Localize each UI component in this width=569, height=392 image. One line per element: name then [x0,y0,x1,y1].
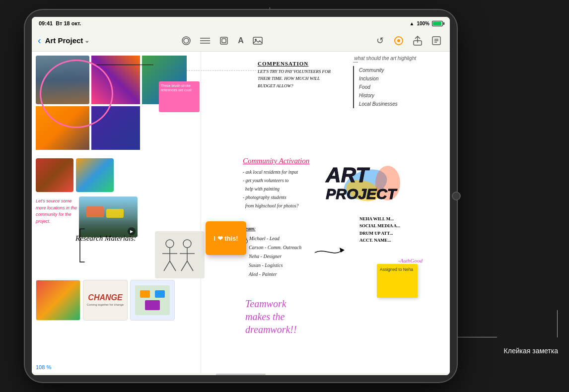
svg-line-19 [164,261,170,271]
photo-5 [91,106,140,150]
project-word: PROJECT [326,186,396,202]
sticky-yellow[interactable]: Assigned to Neha [377,264,418,298]
team-section: Team: ☺ Michael - Lead Carson - Comm. Ou… [243,224,301,279]
share-icon[interactable] [410,33,425,48]
undo-icon[interactable]: ↺ [372,33,387,48]
battery-icon [432,21,443,26]
change-card: CHANGE Coming together for change [83,280,128,321]
toolbar-right: ↺ [269,33,444,48]
print-card-3 [130,280,175,321]
community-item-0: Community [353,66,423,74]
car-image: ▶ [79,196,138,237]
svg-line-20 [170,261,176,271]
svg-line-24 [181,261,187,271]
compensation-section: COMPENSATION LET'S TRY TO PAY VOLUNTEERS… [258,61,337,89]
svg-rect-29 [145,300,160,310]
toolbar-left: ‹ Art Project ⌄ [38,33,213,48]
community-item-2: Food [353,83,423,91]
text-font-icon[interactable]: A [233,33,248,48]
project-title[interactable]: Art Project ⌄ [45,36,90,45]
image-icon[interactable] [250,33,265,48]
photo-1 [36,56,89,104]
community-list-header: — [353,59,423,65]
art-project-display: ART PROJECT [326,165,396,202]
postit-pink[interactable]: These brush stroke references are cool! [159,81,200,112]
layers-icon[interactable] [216,33,231,48]
lines-icon[interactable] [198,33,213,48]
edit-icon[interactable] [429,33,444,48]
panel-divider [201,52,201,373]
eraser-icon[interactable] [391,33,406,48]
research-materials: Research Materials: [75,234,136,243]
ipad-screen: 09:41 Вт 18 окт. ▲ 100% ‹ Art Project ⌄ [32,17,450,375]
auth-signature: -AuthGood [398,258,423,263]
swatch-2 [76,158,114,192]
art-word: ART [326,165,396,186]
svg-rect-6 [222,39,226,43]
community-list: — Community Inclusion Food History Local… [353,59,423,108]
sticky-orange[interactable]: I ❤ this! [206,221,246,255]
svg-point-21 [183,240,191,248]
toolbar-center: A [216,33,265,48]
toolbar: ‹ Art Project ⌄ A [32,30,450,52]
time-display: 09:41 [39,20,53,26]
status-right: ▲ 100% [410,21,443,26]
battery-percent: 100% [417,21,429,26]
sticky-label: Клейкая заметка [504,346,558,356]
chevron-down-icon: ⌄ [84,37,89,44]
back-button[interactable]: ‹ [38,35,41,46]
ipad-frame: 09:41 Вт 18 окт. ▲ 100% ‹ Art Project ⌄ [25,10,457,382]
swatch-1 [36,158,73,192]
svg-rect-5 [220,37,227,44]
svg-rect-27 [140,290,150,298]
svg-point-1 [184,38,189,43]
community-item-1: Inclusion [353,74,423,83]
sticky-callout-line [452,337,497,337]
svg-rect-7 [253,37,262,44]
community-item-3: History [353,91,423,100]
sketch-area [155,231,205,278]
svg-rect-28 [155,290,165,298]
svg-point-10 [397,39,400,42]
change-text: CHANGE [88,294,122,302]
sticky-callout-line-v [557,310,558,337]
team-arrow [315,243,345,262]
community-item-4: Local Businesses [353,100,423,108]
canvas-area[interactable]: These brush stroke references are cool! … [32,52,450,373]
compensation-title: COMPENSATION [258,61,337,66]
wifi-icon: ▲ [410,21,415,26]
svg-point-16 [166,240,174,248]
pink-annotation: Let's source some more locations in the … [36,198,79,225]
photo-2 [91,56,140,104]
status-bar: 09:41 Вт 18 окт. ▲ 100% [32,17,450,30]
date-display: Вт 18 окт. [56,20,81,26]
status-left: 09:41 Вт 18 окт. [39,20,81,26]
print-card-1 [36,280,80,321]
compensation-text: LET'S TRY TO PAY VOLUNTEERS FOR THEIR TI… [258,68,337,89]
home-indicator [32,373,450,375]
print-cards-row: CHANGE Coming together for change [36,280,175,321]
home-button[interactable] [452,192,461,200]
photo-4 [36,106,89,150]
zoom-indicator: 108 % [36,364,51,370]
pen-icon[interactable] [179,33,194,48]
svg-line-25 [187,261,193,271]
swatches-row [36,158,114,192]
teamwork-text: Teamworkmakes thedreamwork!! [245,297,297,336]
neha-section: NEHA WILL M... SOCIAL MEDIA A... DRUM UP… [359,215,424,244]
